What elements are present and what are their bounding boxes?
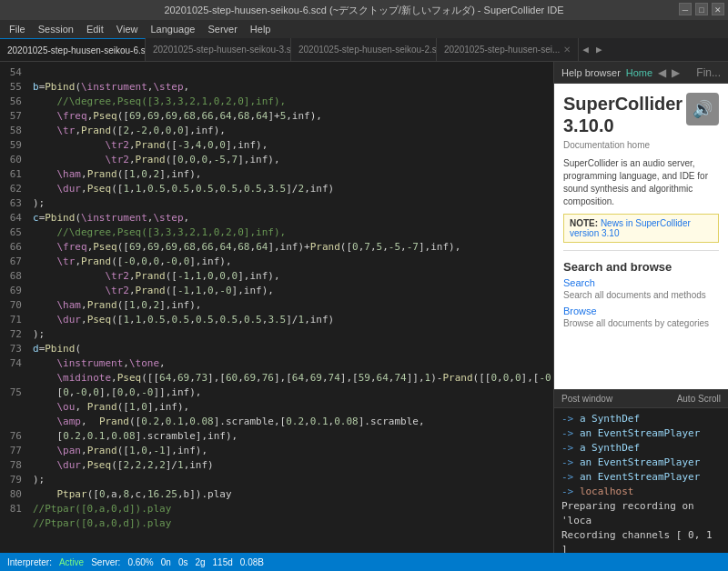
menu-file[interactable]: File (4, 22, 31, 36)
post-window: Post window Auto Scroll -> a SynthDef ->… (554, 389, 728, 553)
help-content: 🔊 SuperCollider3.10.0 Documentation home… (554, 84, 728, 389)
code-content[interactable]: 54 55 56 57 58 59 60 61 62 63 64 65 66 6… (0, 62, 553, 553)
nav-back-button[interactable]: ◀ (658, 66, 666, 79)
status-bar: Interpreter: Active Server: 0.60% 0n 0s … (0, 553, 728, 571)
auto-scroll-label[interactable]: Auto Scroll (677, 394, 721, 404)
post-line-0: -> a SynthDef (561, 412, 721, 426)
help-browser-label: Help browser (561, 67, 621, 78)
post-window-label: Post window (561, 394, 612, 404)
title-text: 20201025-step-huusen-seikou-6.scd (~デスクト… (164, 5, 563, 15)
menu-session[interactable]: Session (33, 22, 79, 36)
post-line-3: -> an EventStreamPlayer (561, 456, 721, 470)
help-description: SuperCollider is an audio server, progra… (563, 157, 719, 208)
search-browse-title: Search and browse (563, 260, 719, 274)
tab-1-label: 20201025-step-huusen-seikou-3.scd (153, 45, 291, 55)
post-line-2: -> a SynthDef (561, 441, 721, 456)
browse-link[interactable]: Browse (563, 306, 719, 316)
menu-language[interactable]: Language (146, 22, 201, 36)
post-line-7: Recording channels [ 0, 1 ] (561, 528, 721, 553)
interpreter-label: Interpreter: (7, 557, 52, 567)
search-link[interactable]: Search (563, 277, 719, 288)
menu-view[interactable]: View (111, 22, 144, 36)
sc-logo: 🔊 (686, 93, 719, 125)
code-pane: 54 55 56 57 58 59 60 61 62 63 64 65 66 6… (0, 62, 553, 553)
tab-bar: 20201025-step-huusen-seikou-6.scd ✕ 2020… (0, 38, 728, 62)
status-s2: 0s (178, 557, 188, 567)
interpreter-status: Active (59, 557, 84, 567)
tab-3-close[interactable]: ✕ (563, 45, 571, 55)
menu-edit[interactable]: Edit (81, 22, 109, 36)
tab-scroll-right[interactable]: ▶ (592, 38, 606, 61)
status-s3: 2g (195, 557, 205, 567)
tab-3[interactable]: 20201025-step-huusen-sei... ✕ (437, 38, 579, 61)
title-bar-controls: ─ □ ✕ (679, 3, 724, 15)
code-editor[interactable]: b=Pbind(\instrument,\step, //\degree,Pse… (29, 62, 553, 553)
nav-forward-button[interactable]: ▶ (672, 66, 680, 79)
post-window-header: Post window Auto Scroll (554, 390, 728, 408)
minimize-button[interactable]: ─ (679, 3, 692, 15)
tab-scroll-left[interactable]: ◀ (579, 38, 592, 61)
status-s1: 0n (161, 557, 171, 567)
title-bar: 20201025-step-huusen-seikou-6.scd (~デスクト… (0, 0, 728, 20)
post-line-5: -> localhost (561, 485, 721, 499)
status-s4: 115d (213, 557, 233, 567)
find-button[interactable]: Fin... (696, 66, 721, 79)
maximize-button[interactable]: □ (695, 3, 708, 15)
main-layout: 54 55 56 57 58 59 60 61 62 63 64 65 66 6… (0, 62, 728, 553)
post-line-4: -> an EventStreamPlayer (561, 470, 721, 485)
menu-help[interactable]: Help (245, 22, 277, 36)
tab-1[interactable]: 20201025-step-huusen-seikou-3.scd ✕ (146, 38, 291, 61)
server-label: Server: (91, 557, 120, 567)
post-line-1: -> an EventStreamPlayer (561, 426, 721, 441)
help-browser-header: Help browser Home ◀ ▶ Fin... (554, 62, 728, 84)
tab-3-label: 20201025-step-huusen-sei... (444, 45, 560, 55)
tab-2-label: 20201025-step-huusen-seikou-2.scd (298, 45, 437, 55)
post-content: -> a SynthDef -> an EventStreamPlayer ->… (554, 408, 728, 553)
post-line-6: Preparing recording on 'loca (561, 499, 721, 528)
tab-2[interactable]: 20201025-step-huusen-seikou-2.scd ✕ (291, 38, 437, 61)
line-numbers: 54 55 56 57 58 59 60 61 62 63 64 65 66 6… (0, 62, 29, 553)
server-value: 0.60% (127, 557, 153, 567)
tab-0-label: 20201025-step-huusen-seikou-6.scd (7, 45, 146, 55)
close-button[interactable]: ✕ (712, 3, 724, 15)
help-note: NOTE: News in SuperCollider version 3.10 (563, 214, 719, 243)
menu-bar: File Session Edit View Language Server H… (0, 20, 728, 38)
status-s5: 0.08B (240, 557, 264, 567)
help-subtitle: Documentation home (563, 140, 719, 150)
home-label[interactable]: Home (626, 67, 652, 78)
tab-0[interactable]: 20201025-step-huusen-seikou-6.scd ✕ (0, 38, 146, 61)
browse-description: Browse all documents by categories (563, 318, 719, 328)
search-description: Search all documents and methods (563, 290, 719, 300)
menu-server[interactable]: Server (202, 22, 242, 36)
right-panel: Help browser Home ◀ ▶ Fin... 🔊 SuperColl… (553, 62, 728, 553)
